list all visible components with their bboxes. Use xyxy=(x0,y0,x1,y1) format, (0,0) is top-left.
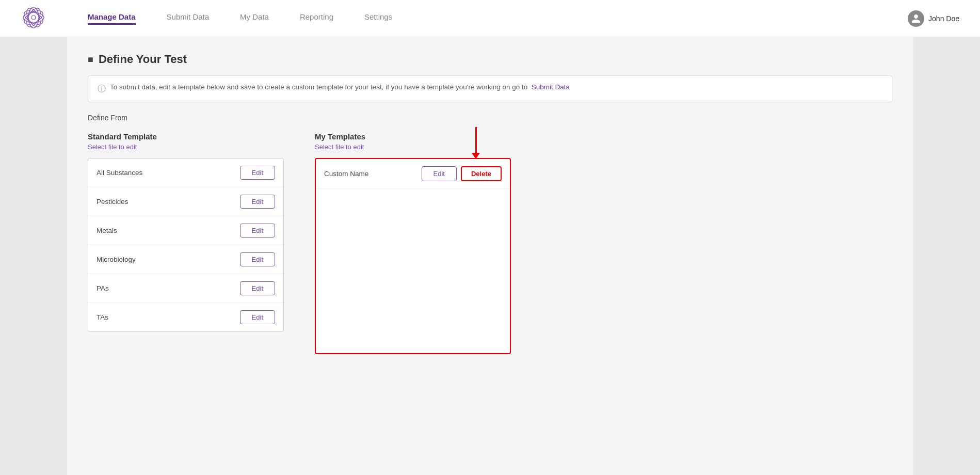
header: Manage Data Submit Data My Data Reportin… xyxy=(0,0,980,37)
edit-button[interactable]: Edit xyxy=(240,224,275,237)
document-icon: ■ xyxy=(88,54,93,65)
custom-template-name: Custom Name xyxy=(324,170,368,178)
arrow-line xyxy=(475,127,477,153)
arrow-annotation xyxy=(472,127,480,159)
submit-data-link[interactable]: Submit Data xyxy=(532,83,570,91)
my-templates-box: Custom Name Edit Delete xyxy=(315,158,511,354)
my-template-row: Custom Name Edit Delete xyxy=(316,159,510,189)
standard-template-col: Standard Template Select file to edit Al… xyxy=(88,132,284,332)
edit-button[interactable]: Edit xyxy=(240,166,275,180)
svg-point-6 xyxy=(24,6,43,29)
template-row: TAs Edit xyxy=(88,303,283,331)
page-title-row: ■ Define Your Test xyxy=(88,53,892,66)
columns-container: Standard Template Select file to edit Al… xyxy=(88,132,892,354)
nav-reporting[interactable]: Reporting xyxy=(300,12,333,25)
avatar xyxy=(908,10,924,27)
edit-button[interactable]: Edit xyxy=(240,310,275,324)
template-row-name: Pesticides xyxy=(97,198,128,205)
nav-manage-data[interactable]: Manage Data xyxy=(88,12,136,25)
standard-template-title: Standard Template xyxy=(88,132,284,141)
edit-button[interactable]: Edit xyxy=(240,252,275,266)
nav-submit-data[interactable]: Submit Data xyxy=(167,12,210,25)
my-templates-title: My Templates xyxy=(315,132,511,141)
my-templates-subtitle: Select file to edit xyxy=(315,143,511,151)
template-row-name: Microbiology xyxy=(97,256,136,263)
define-from-label: Define From xyxy=(88,114,892,122)
my-template-edit-button[interactable]: Edit xyxy=(422,166,457,181)
template-row: Pesticides Edit xyxy=(88,187,283,216)
my-templates-col: My Templates Select file to edit Custom … xyxy=(315,132,511,354)
sidebar-left xyxy=(0,37,67,475)
info-text: To submit data, edit a template below an… xyxy=(110,83,570,91)
content-area: ■ Define Your Test ⓘ To submit data, edi… xyxy=(67,37,913,475)
standard-template-subtitle: Select file to edit xyxy=(88,143,284,151)
nav-settings[interactable]: Settings xyxy=(364,12,392,25)
sidebar-right xyxy=(913,37,980,475)
main-wrapper: ■ Define Your Test ⓘ To submit data, edi… xyxy=(0,37,980,475)
user-area: John Doe xyxy=(908,10,959,27)
template-list-inner: All Substances Edit Pesticides Edit Meta… xyxy=(88,159,283,331)
template-row-name: All Substances xyxy=(97,169,142,177)
standard-template-list: All Substances Edit Pesticides Edit Meta… xyxy=(88,158,284,332)
edit-button[interactable]: Edit xyxy=(240,281,275,295)
template-row: Microbiology Edit xyxy=(88,245,283,274)
delete-button[interactable]: Delete xyxy=(461,166,502,181)
template-row-name: Metals xyxy=(97,227,117,234)
template-row: Metals Edit xyxy=(88,216,283,245)
svg-point-1 xyxy=(28,7,39,28)
svg-point-4 xyxy=(23,12,44,23)
edit-button[interactable]: Edit xyxy=(240,195,275,209)
info-icon: ⓘ xyxy=(98,84,106,94)
template-actions: Edit Delete xyxy=(422,166,502,181)
template-row: All Substances Edit xyxy=(88,159,283,187)
template-row-name: PAs xyxy=(97,284,109,292)
page-title: Define Your Test xyxy=(99,53,187,66)
template-row-name: TAs xyxy=(97,313,108,321)
nav-my-data[interactable]: My Data xyxy=(240,12,269,25)
svg-point-5 xyxy=(22,8,45,27)
logo xyxy=(21,5,46,33)
info-box: ⓘ To submit data, edit a template below … xyxy=(88,75,892,102)
user-name-label: John Doe xyxy=(928,14,959,23)
main-nav: Manage Data Submit Data My Data Reportin… xyxy=(88,12,908,25)
svg-point-0 xyxy=(31,15,36,20)
template-row: PAs Edit xyxy=(88,274,283,303)
